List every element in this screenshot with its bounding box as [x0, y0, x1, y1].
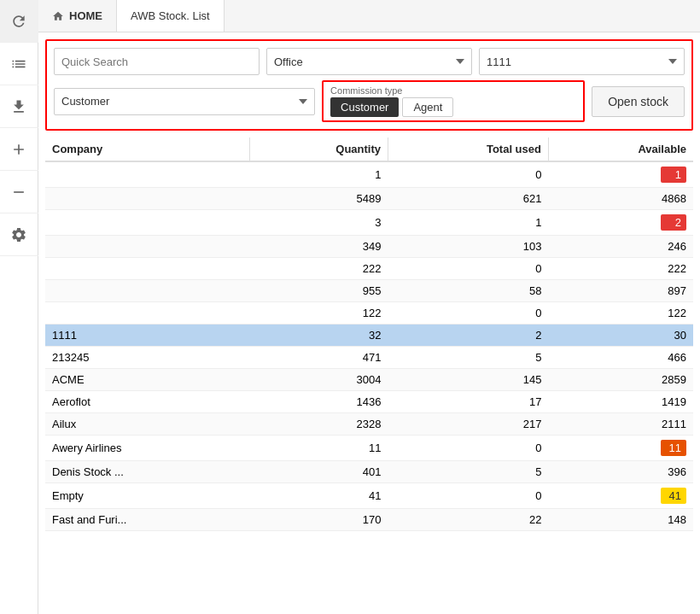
cell-quantity: 11	[250, 436, 388, 461]
cell-quantity: 471	[250, 347, 388, 369]
col-company: Company	[45, 137, 250, 161]
cell-company: 1111	[45, 325, 250, 347]
cell-available: 2111	[548, 413, 693, 436]
table-row[interactable]: 95558897	[45, 280, 693, 302]
cell-total-used: 0	[388, 258, 549, 280]
cell-total-used: 0	[388, 302, 549, 325]
cell-quantity: 3004	[250, 369, 388, 391]
sidebar-settings[interactable]	[0, 213, 38, 256]
col-total-used: Total used	[388, 137, 549, 161]
cell-company	[45, 236, 250, 258]
cell-available: 11	[548, 436, 693, 461]
cell-company: ACME	[45, 369, 250, 391]
table-row[interactable]: Awery Airlines11011	[45, 436, 693, 461]
cell-company: Awery Airlines	[45, 436, 250, 461]
top-nav: HOME AWB Stock. List	[38, 0, 700, 32]
table-row[interactable]: 312	[45, 210, 693, 236]
filter-row-1: Office 1111	[54, 48, 685, 75]
table-row[interactable]: Fast and Furi...17022148	[45, 509, 693, 531]
home-nav[interactable]: HOME	[38, 0, 117, 32]
cell-total-used: 5	[388, 347, 549, 369]
cell-available: 1419	[548, 391, 693, 413]
table-row[interactable]: ACME30041452859	[45, 369, 693, 391]
cell-quantity: 222	[250, 258, 388, 280]
table-row[interactable]: Aeroflot1436171419	[45, 391, 693, 413]
cell-total-used: 217	[388, 413, 549, 436]
cell-company: Empty	[45, 483, 250, 509]
cell-quantity: 1	[250, 161, 388, 188]
open-stock-button[interactable]: Open stock	[592, 86, 685, 117]
stock-company-select[interactable]: 1111	[479, 48, 685, 75]
cell-total-used: 58	[388, 280, 549, 302]
col-quantity: Quantity	[250, 137, 388, 161]
table-row[interactable]: 2132454715466	[45, 347, 693, 369]
cell-available: 122	[548, 302, 693, 325]
cell-available: 2859	[548, 369, 693, 391]
commission-customer-btn[interactable]: Customer	[330, 97, 399, 117]
cell-quantity: 5489	[250, 188, 388, 210]
cell-quantity: 349	[250, 236, 388, 258]
filter-row-2: Customer Commission type Customer Agent …	[54, 80, 685, 122]
customer-select[interactable]: Customer	[54, 88, 315, 115]
table-row[interactable]: Ailux23282172111	[45, 413, 693, 436]
cell-company	[45, 161, 250, 188]
sidebar-list[interactable]	[0, 43, 38, 85]
table-row[interactable]: 349103246	[45, 236, 693, 258]
sidebar	[0, 0, 38, 614]
quick-search-input[interactable]	[54, 48, 260, 75]
cell-company	[45, 258, 250, 280]
table-row[interactable]: 54896214868	[45, 188, 693, 210]
cell-available: 4868	[548, 188, 693, 210]
cell-quantity: 955	[250, 280, 388, 302]
main-content: HOME AWB Stock. List Office 1111 Custome…	[38, 0, 700, 614]
cell-quantity: 170	[250, 509, 388, 531]
table-row[interactable]: 111132230	[45, 325, 693, 347]
table-row[interactable]: Denis Stock ...4015396	[45, 461, 693, 483]
table-row[interactable]: 101	[45, 161, 693, 188]
table-row[interactable]: 1220122	[45, 302, 693, 325]
col-available: Available	[548, 137, 693, 161]
awb-stock-tab[interactable]: AWB Stock. List	[117, 0, 225, 32]
cell-company	[45, 188, 250, 210]
awb-stock-table: Company Quantity Total used Available 10…	[45, 137, 693, 531]
sidebar-download[interactable]	[0, 85, 38, 128]
cell-company: Denis Stock ...	[45, 461, 250, 483]
cell-total-used: 0	[388, 483, 549, 509]
commission-agent-btn[interactable]: Agent	[402, 97, 453, 117]
sidebar-minus[interactable]	[0, 171, 38, 213]
cell-available: 1	[548, 161, 693, 188]
cell-available: 466	[548, 347, 693, 369]
cell-company	[45, 302, 250, 325]
cell-available: 30	[548, 325, 693, 347]
table-container: Company Quantity Total used Available 10…	[45, 137, 693, 607]
cell-total-used: 621	[388, 188, 549, 210]
cell-total-used: 22	[388, 509, 549, 531]
table-row[interactable]: 2220222	[45, 258, 693, 280]
cell-company: 213245	[45, 347, 250, 369]
cell-total-used: 0	[388, 436, 549, 461]
cell-available: 148	[548, 509, 693, 531]
cell-company	[45, 280, 250, 302]
commission-label: Commission type	[330, 85, 576, 96]
tab-label: AWB Stock. List	[131, 9, 210, 22]
sidebar-plus[interactable]	[0, 128, 38, 171]
cell-quantity: 122	[250, 302, 388, 325]
office-select[interactable]: Office	[266, 48, 472, 75]
cell-quantity: 3	[250, 210, 388, 236]
cell-total-used: 103	[388, 236, 549, 258]
cell-total-used: 17	[388, 391, 549, 413]
cell-available: 2	[548, 210, 693, 236]
cell-company: Aeroflot	[45, 391, 250, 413]
cell-total-used: 5	[388, 461, 549, 483]
cell-total-used: 2	[388, 325, 549, 347]
cell-company: Fast and Furi...	[45, 509, 250, 531]
table-row[interactable]: Empty41041	[45, 483, 693, 509]
cell-quantity: 1436	[250, 391, 388, 413]
cell-company: Ailux	[45, 413, 250, 436]
cell-quantity: 32	[250, 325, 388, 347]
cell-total-used: 1	[388, 210, 549, 236]
sidebar-refresh[interactable]	[0, 0, 38, 43]
cell-available: 396	[548, 461, 693, 483]
cell-available: 246	[548, 236, 693, 258]
commission-section: Commission type Customer Agent	[322, 80, 585, 122]
